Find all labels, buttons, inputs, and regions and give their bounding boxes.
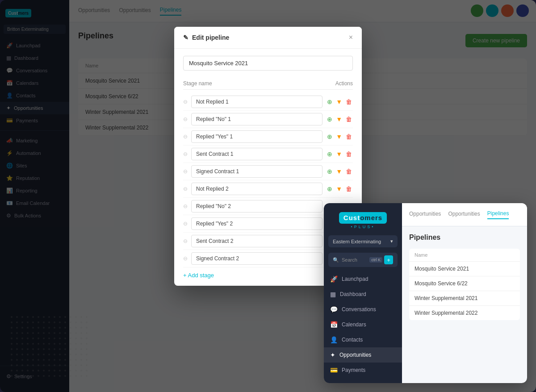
fg-logo: Customers •PLUS• xyxy=(324,209,402,235)
stage-actions-2: ⊕ ▼ 🗑 xyxy=(326,115,353,124)
fg-search-bar[interactable]: 🔍 Search ctrl K + xyxy=(328,253,398,267)
stage-table-header: Stage name Actions xyxy=(183,78,353,90)
fg-add-btn[interactable]: + xyxy=(384,255,393,264)
launchpad-icon: 🚀 xyxy=(330,275,338,283)
fg-table-row-3[interactable]: Winter Supplemental 2021 xyxy=(409,291,520,306)
fg-nav-conversations[interactable]: 💬 Conversations xyxy=(324,302,402,317)
fg-page-title: Pipelines xyxy=(409,234,520,242)
fg-nav-contacts[interactable]: 👤 Contacts xyxy=(324,332,402,347)
stage-filter-btn-1[interactable]: ▼ xyxy=(335,97,343,106)
conversations-icon: 💬 xyxy=(330,306,338,313)
search-icon: 🔍 xyxy=(333,257,339,263)
drag-handle-10[interactable]: ⊖ xyxy=(183,255,188,262)
stage-actions-3: ⊕ ▼ 🗑 xyxy=(326,132,353,141)
stage-row-2: ⊖ ⊕ ▼ 🗑 xyxy=(183,111,353,128)
fg-topbar: Opportunities Opportunities Pipelines xyxy=(402,203,527,226)
stage-delete-btn-5[interactable]: 🗑 xyxy=(345,167,353,176)
drag-handle-6[interactable]: ⊖ xyxy=(183,186,188,192)
fg-tab-opp2[interactable]: Opportunities xyxy=(448,211,480,219)
stage-delete-btn-3[interactable]: 🗑 xyxy=(345,132,353,141)
stage-input-6[interactable] xyxy=(191,183,322,195)
fg-nav-calendars[interactable]: 📅 Calendars xyxy=(324,317,402,332)
stage-input-8[interactable] xyxy=(191,217,322,230)
drag-handle-7[interactable]: ⊖ xyxy=(183,203,188,209)
fg-org-select[interactable]: Eastern Exterminating ▾ xyxy=(328,235,398,247)
search-shortcut: ctrl K xyxy=(369,257,382,263)
calendars-icon: 📅 xyxy=(330,321,338,328)
stage-actions-4: ⊕ ▼ 🗑 xyxy=(326,150,353,158)
drag-handle-5[interactable]: ⊖ xyxy=(183,168,188,175)
modal-close-btn[interactable]: × xyxy=(349,34,353,41)
chevron-down-icon: ▾ xyxy=(390,238,393,244)
stage-row-3: ⊖ ⊕ ▼ 🗑 xyxy=(183,128,353,146)
stage-filter-btn-2[interactable]: ▼ xyxy=(335,115,343,124)
drag-handle-3[interactable]: ⊖ xyxy=(183,133,188,140)
stage-input-2[interactable] xyxy=(191,113,322,125)
stage-input-1[interactable] xyxy=(191,96,322,108)
modal-title: ✎ Edit pipeline xyxy=(183,34,229,41)
stage-filter-btn-3[interactable]: ▼ xyxy=(335,132,343,141)
stage-add-btn-6[interactable]: ⊕ xyxy=(326,184,333,193)
fg-nav-payments[interactable]: 💳 Payments xyxy=(324,363,402,378)
stage-delete-btn-2[interactable]: 🗑 xyxy=(345,115,353,124)
stage-actions-1: ⊕ ▼ 🗑 xyxy=(326,97,353,106)
add-stage-btn[interactable]: + Add stage xyxy=(183,267,214,283)
contacts-icon: 👤 xyxy=(330,336,338,343)
fg-nav-dashboard[interactable]: ▦ Dashboard xyxy=(324,287,402,302)
fg-content-area: Pipelines Name Mosquito Service 2021 Mos… xyxy=(402,226,527,327)
stage-input-3[interactable] xyxy=(191,130,322,143)
fg-sidebar: Customers •PLUS• Eastern Exterminating ▾… xyxy=(324,203,402,383)
dashboard-icon: ▦ xyxy=(330,291,336,298)
modal-header: ✎ Edit pipeline × xyxy=(174,27,362,49)
fg-nav-launchpad[interactable]: 🚀 Launchpad xyxy=(324,271,402,287)
stage-actions-6: ⊕ ▼ 🗑 xyxy=(326,184,353,193)
stage-row-1: ⊖ ⊕ ▼ 🗑 xyxy=(183,93,353,111)
drag-handle-1[interactable]: ⊖ xyxy=(183,99,188,105)
stage-filter-btn-6[interactable]: ▼ xyxy=(335,184,343,193)
drag-handle-2[interactable]: ⊖ xyxy=(183,116,188,122)
fg-table-row-4[interactable]: Winter Supplemental 2022 xyxy=(409,306,520,320)
stage-actions-5: ⊕ ▼ 🗑 xyxy=(326,167,353,176)
fg-table-header: Name xyxy=(409,249,520,262)
fg-main-content: Opportunities Opportunities Pipelines Pi… xyxy=(402,203,527,383)
stage-filter-btn-4[interactable]: ▼ xyxy=(335,150,343,158)
fg-tab-opp1[interactable]: Opportunities xyxy=(409,211,441,219)
stage-row-4: ⊖ ⊕ ▼ 🗑 xyxy=(183,146,353,163)
drag-handle-4[interactable]: ⊖ xyxy=(183,151,188,157)
fg-table-row-2[interactable]: Mosquito Service 6/22 xyxy=(409,276,520,291)
stage-delete-btn-1[interactable]: 🗑 xyxy=(345,97,353,106)
payments-icon: 💳 xyxy=(330,367,338,374)
stage-row-6: ⊖ ⊕ ▼ 🗑 xyxy=(183,180,353,198)
stage-input-5[interactable] xyxy=(191,165,322,178)
foreground-container: Customers •PLUS• Eastern Exterminating ▾… xyxy=(324,203,527,383)
stage-input-10[interactable] xyxy=(191,252,322,265)
stage-input-9[interactable] xyxy=(191,235,322,247)
pipeline-name-input[interactable] xyxy=(183,56,353,71)
stage-filter-btn-5[interactable]: ▼ xyxy=(335,167,343,176)
stage-delete-btn-6[interactable]: 🗑 xyxy=(345,184,353,193)
opportunities-icon: ✦ xyxy=(330,351,335,359)
fg-nav-opportunities[interactable]: ✦ Opportunities xyxy=(324,347,402,363)
stage-add-btn-4[interactable]: ⊕ xyxy=(326,150,333,158)
stage-add-btn-2[interactable]: ⊕ xyxy=(326,115,333,124)
drag-handle-9[interactable]: ⊖ xyxy=(183,238,188,244)
drag-handle-8[interactable]: ⊖ xyxy=(183,221,188,227)
edit-icon: ✎ xyxy=(183,34,188,41)
stage-add-btn-3[interactable]: ⊕ xyxy=(326,132,333,141)
fg-table-row-1[interactable]: Mosquito Service 2021 xyxy=(409,262,520,276)
fg-tab-pipelines[interactable]: Pipelines xyxy=(487,210,509,219)
stage-add-btn-5[interactable]: ⊕ xyxy=(326,167,333,176)
stage-add-btn-1[interactable]: ⊕ xyxy=(326,97,333,106)
stage-delete-btn-4[interactable]: 🗑 xyxy=(345,150,353,158)
stage-input-7[interactable] xyxy=(191,200,322,213)
stage-input-4[interactable] xyxy=(191,148,322,160)
stage-row-5: ⊖ ⊕ ▼ 🗑 xyxy=(183,163,353,180)
fg-pipeline-table: Name Mosquito Service 2021 Mosquito Serv… xyxy=(409,249,520,320)
